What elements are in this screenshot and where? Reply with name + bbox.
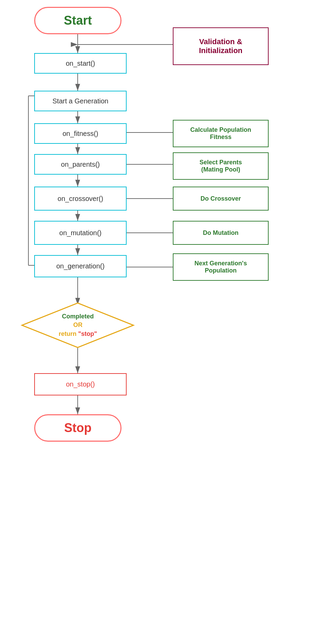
start-generation-label: Start a Generation (52, 97, 108, 105)
decision-line2: OR (73, 321, 82, 329)
on-parents-node: on_parents() (34, 154, 127, 175)
stop-node: Stop (34, 414, 121, 442)
start-generation-node: Start a Generation (34, 91, 127, 111)
do-crossover-label: Do Crossover (201, 195, 241, 202)
flowchart-diagram: Validation & Initialization Start on_sta… (0, 0, 322, 644)
stop-label: Stop (64, 421, 92, 435)
on-fitness-node: on_fitness() (34, 123, 127, 144)
on-crossover-node: on_crossover() (34, 187, 127, 211)
on-start-node: on_start() (34, 53, 127, 74)
start-label: Start (64, 13, 92, 28)
on-crossover-label: on_crossover() (57, 195, 103, 203)
on-start-label: on_start() (66, 60, 95, 67)
do-crossover-box: Do Crossover (173, 187, 269, 211)
do-mutation-label: Do Mutation (203, 229, 239, 237)
on-stop-node: on_stop() (34, 373, 127, 395)
decision-line1: Completed (62, 312, 94, 321)
decision-stop-string: "stop" (78, 330, 97, 337)
select-parents-label: Select Parents (Mating Pool) (199, 159, 242, 173)
on-fitness-label: on_fitness() (63, 130, 99, 138)
validation-init-label: Validation & Initialization (199, 37, 242, 55)
on-mutation-node: on_mutation() (34, 221, 127, 245)
select-parents-box: Select Parents (Mating Pool) (173, 152, 269, 180)
start-node: Start (34, 7, 121, 34)
next-gen-box: Next Generation's Population (173, 253, 269, 281)
on-generation-node: on_generation() (34, 255, 127, 277)
on-generation-label: on_generation() (56, 262, 104, 270)
validation-init-box: Validation & Initialization (173, 27, 269, 65)
calc-fitness-box: Calculate Population Fitness (173, 120, 269, 147)
decision-line3: return "stop" (59, 330, 97, 338)
on-parents-label: on_parents() (61, 161, 100, 168)
on-stop-label: on_stop() (66, 380, 95, 388)
next-gen-label: Next Generation's Population (194, 260, 247, 274)
do-mutation-box: Do Mutation (173, 221, 269, 245)
calc-fitness-label: Calculate Population Fitness (190, 126, 251, 141)
decision-return: return (59, 330, 76, 337)
decision-diamond: Completed OR return "stop" (21, 301, 135, 349)
on-mutation-label: on_mutation() (59, 229, 101, 237)
